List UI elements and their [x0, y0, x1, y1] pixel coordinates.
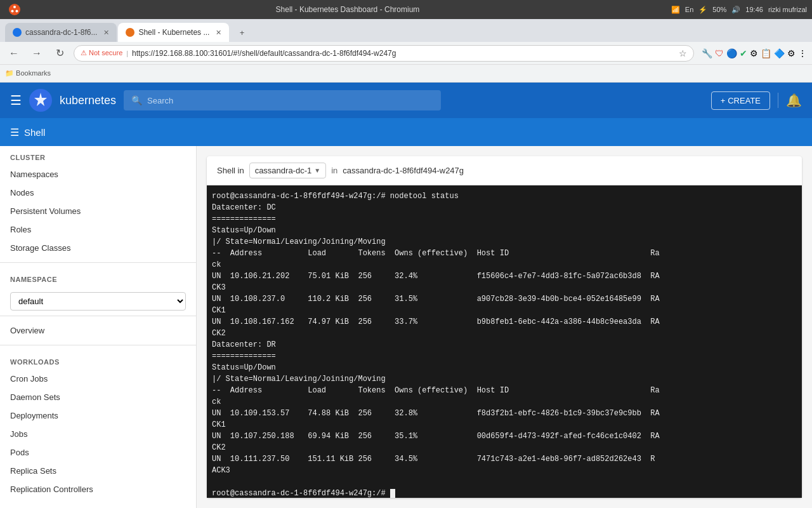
address-text: https://192.168.88.100:31601/#!/shell/de…	[132, 49, 396, 58]
bookmark-star[interactable]: ☆	[679, 48, 687, 58]
sidebar-item-cron-jobs[interactable]: Cron Jobs	[0, 370, 196, 388]
menu-icon-shell: ☰	[10, 126, 19, 138]
terminal[interactable]: root@cassandra-dc-1-8f6fdf494-w247g:/# n…	[207, 185, 802, 498]
kubernetes-logo	[29, 89, 52, 112]
ext4[interactable]: ✔	[740, 48, 747, 58]
plus-icon: +	[721, 96, 726, 105]
nav-bar: ← → ↻ ⚠ Not secure | https://192.168.88.…	[0, 42, 812, 65]
app-header: ☰ kubernetes 🔍 + CREATE 🔔	[0, 83, 812, 118]
sidebar-divider-3	[0, 345, 196, 345]
pod-selector-arrow: ▼	[314, 167, 320, 174]
create-label: CREATE	[728, 96, 761, 105]
notifications-icon[interactable]: 🔔	[786, 93, 802, 108]
tab-2[interactable]: Shell - Kubernetes ... ✕	[118, 23, 229, 42]
ubuntu-logo	[8, 3, 21, 16]
main-content: Shell in cassandra-dc-1 ▼ in cassandra-d…	[197, 146, 812, 508]
namespace-selector[interactable]: default	[10, 292, 186, 311]
tab2-close[interactable]: ✕	[216, 29, 221, 37]
sidebar-item-jobs[interactable]: Jobs	[0, 425, 196, 443]
in-label: in	[331, 166, 337, 175]
ext8[interactable]: ⚙	[787, 48, 796, 58]
pod-name: cassandra-dc-1	[255, 166, 312, 175]
sidebar-item-overview[interactable]: Overview	[0, 321, 196, 340]
svg-point-0	[9, 4, 20, 15]
container-name: cassandra-dc-1-8f6fdf494-w247g	[343, 166, 464, 175]
sidebar-item-nodes[interactable]: Nodes	[0, 184, 196, 202]
tab-1[interactable]: cassandra-dc-1-8f6... ✕	[5, 23, 117, 42]
tab2-favicon	[126, 28, 134, 37]
namespace-section-title: Namespace	[0, 268, 196, 287]
ext6[interactable]: 📋	[761, 48, 771, 58]
os-titlebar: Shell - Kubernetes Dashboard - Chromium …	[0, 0, 812, 19]
pod-selector[interactable]: cassandra-dc-1 ▼	[249, 163, 327, 178]
namespace-select[interactable]: default	[10, 292, 186, 311]
wifi-icon: 📶	[671, 6, 680, 14]
bookmark1[interactable]: 📁 Bookmarks	[5, 69, 51, 77]
bookmarks-bar: 📁 Bookmarks	[0, 65, 812, 83]
search-icon: 🔍	[131, 95, 142, 105]
sidebar-item-namespaces[interactable]: Namespaces	[0, 165, 196, 184]
os-left-icons	[5, 0, 24, 19]
forward-button[interactable]: →	[28, 44, 46, 62]
shell-page-title: ☰ Shell	[10, 126, 45, 138]
shell-in-label: Shell in	[217, 166, 244, 175]
sidebar: Cluster Namespaces Nodes Persistent Volu…	[0, 146, 197, 508]
svg-point-3	[16, 10, 18, 13]
sidebar-item-pods[interactable]: Pods	[0, 443, 196, 462]
address-separator: |	[126, 50, 128, 57]
shell-title-text: Shell	[24, 127, 45, 138]
sidebar-toggle-button[interactable]: ☰	[10, 93, 22, 108]
terminal-cursor	[390, 489, 395, 498]
sidebar-divider-1	[0, 262, 196, 263]
ext1[interactable]: 🔧	[702, 48, 712, 58]
sidebar-item-persistent-volumes[interactable]: Persistent Volumes	[0, 202, 196, 220]
user-name: rizki mufrizal	[768, 6, 807, 13]
security-warning: ⚠ Not secure	[81, 49, 122, 57]
tab-bar: cassandra-dc-1-8f6... ✕ Shell - Kubernet…	[0, 19, 812, 42]
new-tab-button[interactable]: +	[230, 23, 253, 42]
header-divider	[778, 93, 778, 108]
cluster-section-title: Cluster	[0, 146, 196, 165]
search-container[interactable]: 🔍	[124, 90, 441, 110]
bluetooth-icon: ⚡	[698, 6, 707, 14]
workloads-section-title: Workloads	[0, 351, 196, 370]
ext3[interactable]: 🔵	[726, 48, 737, 58]
os-tray: 📶 En ⚡ 50% 🔊 19:46 rizki mufrizal	[671, 6, 807, 14]
svg-point-2	[11, 10, 14, 13]
sidebar-item-storage-classes[interactable]: Storage Classes	[0, 239, 196, 257]
search-input[interactable]	[147, 96, 433, 105]
ext5[interactable]: ⚙	[750, 48, 758, 58]
shell-pod-bar: Shell in cassandra-dc-1 ▼ in cassandra-d…	[207, 156, 802, 185]
menu-button[interactable]: ⋮	[798, 48, 807, 58]
shell-page-header: ☰ Shell	[0, 118, 812, 146]
battery-status: 50%	[712, 6, 726, 13]
tab1-close[interactable]: ✕	[103, 29, 109, 37]
sidebar-item-daemon-sets[interactable]: Daemon Sets	[0, 388, 196, 406]
address-bar[interactable]: ⚠ Not secure | https://192.168.88.100:31…	[74, 45, 694, 62]
sidebar-item-replica-sets[interactable]: Replica Sets	[0, 462, 196, 480]
create-button[interactable]: + CREATE	[711, 91, 770, 110]
browser-extensions: 🔧 🛡 🔵 ✔ ⚙ 📋 🔷 ⚙ ⋮	[702, 48, 807, 58]
tab1-title: cassandra-dc-1-8f6...	[25, 28, 97, 37]
ext7[interactable]: 🔷	[774, 48, 785, 58]
os-title: Shell - Kubernetes Dashboard - Chromium	[24, 5, 671, 14]
en-locale: En	[685, 6, 693, 13]
header-actions: + CREATE 🔔	[711, 91, 802, 110]
reload-button[interactable]: ↻	[51, 44, 69, 62]
sidebar-item-roles[interactable]: Roles	[0, 220, 196, 239]
tab1-favicon	[13, 28, 22, 37]
back-button[interactable]: ←	[5, 44, 23, 62]
main-layout: Cluster Namespaces Nodes Persistent Volu…	[0, 146, 812, 508]
shell-container: Shell in cassandra-dc-1 ▼ in cassandra-d…	[207, 156, 802, 498]
volume-icon: 🔊	[731, 6, 740, 14]
svg-point-1	[13, 6, 16, 8]
clock: 19:46	[745, 6, 763, 13]
sidebar-item-replication-controllers[interactable]: Replication Controllers	[0, 480, 196, 498]
sidebar-item-deployments[interactable]: Deployments	[0, 406, 196, 425]
tab2-title: Shell - Kubernetes ...	[138, 28, 209, 37]
sidebar-divider-2	[0, 316, 196, 316]
ext2[interactable]: 🛡	[715, 48, 724, 58]
app-title: kubernetes	[60, 94, 116, 107]
